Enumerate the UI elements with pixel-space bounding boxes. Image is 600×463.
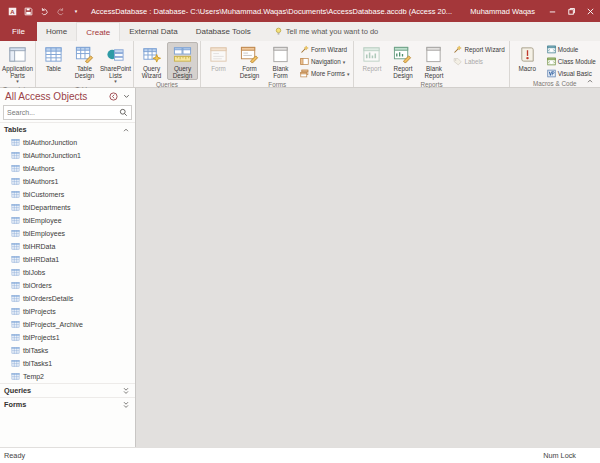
table-list-item[interactable]: tblCustomers (0, 188, 135, 201)
query-wizard-icon (142, 45, 161, 64)
section-header-tables[interactable]: Tables (0, 122, 135, 136)
table-icon (11, 138, 20, 147)
access-app-icon[interactable] (5, 3, 19, 19)
more-forms-button[interactable]: More Forms ▾ (298, 68, 351, 79)
table-list-item[interactable]: tblJobs (0, 266, 135, 279)
query-design-icon (173, 45, 192, 64)
shutter-bar-close-button[interactable] (108, 91, 119, 102)
sharepoint-lists-button[interactable]: SharePoint Lists ▾ (100, 42, 131, 85)
table-list-item[interactable]: tblProjects_Archive (0, 318, 135, 331)
form-button[interactable]: Form (203, 42, 234, 73)
query-wizard-button[interactable]: Query Wizard (136, 42, 167, 80)
signed-in-user[interactable]: Muhammad Waqas (462, 7, 543, 16)
blank-report-button[interactable]: Blank Report (418, 42, 449, 80)
table-list-item[interactable]: tblOrders (0, 279, 135, 292)
table-list-item[interactable]: tblEmployees (0, 227, 135, 240)
table-list-item[interactable]: tblAuthors (0, 162, 135, 175)
redo-button[interactable] (53, 3, 67, 19)
undo-button[interactable] (37, 3, 51, 19)
nav-search-box (3, 105, 132, 120)
minimize-button[interactable] (543, 0, 562, 22)
table-list-item[interactable]: tblProjects (0, 305, 135, 318)
table-icon (11, 372, 20, 381)
form-wizard-button[interactable]: Form Wizard (298, 44, 351, 55)
table-icon (11, 255, 20, 264)
tab-external-data[interactable]: External Data (120, 22, 186, 41)
table-list-item[interactable]: tblOrdersDetails (0, 292, 135, 305)
expand-section-icon (122, 401, 130, 409)
sharepoint-lists-icon (106, 45, 125, 64)
section-header-queries[interactable]: Queries (0, 383, 135, 397)
quick-access-toolbar: ▾ (0, 3, 83, 19)
dropdown-caret-icon: ▾ (347, 71, 350, 77)
close-button[interactable] (581, 0, 600, 22)
table-list-item[interactable]: tblHRData (0, 240, 135, 253)
nav-pane-menu-button[interactable] (121, 91, 132, 102)
form-wizard-icon (300, 45, 309, 54)
report-design-button[interactable]: Report Design (387, 42, 418, 80)
table-list-item[interactable]: tblHRData1 (0, 253, 135, 266)
tab-create[interactable]: Create (76, 22, 120, 41)
module-button[interactable]: Module (545, 44, 598, 55)
table-list-item[interactable]: tblAuthorJunction1 (0, 149, 135, 162)
more-forms-icon (300, 69, 309, 78)
status-bar: Ready Num Lock (0, 447, 600, 463)
blank-report-icon (424, 45, 443, 64)
nav-object-list: Tables tblAuthorJunction tblAuthorJuncti… (0, 122, 135, 447)
table-icon (11, 307, 20, 316)
dropdown-caret-icon: ▾ (343, 59, 346, 65)
blank-form-icon (271, 45, 290, 64)
qat-customize-caret-icon[interactable]: ▾ (69, 3, 83, 19)
title-bar: ▾ AccessDatabase : Database- C:\Users\Mu… (0, 0, 600, 22)
search-input[interactable] (4, 106, 119, 119)
macro-icon (518, 45, 537, 64)
blank-form-button[interactable]: Blank Form (265, 42, 296, 80)
tell-me-label: Tell me what you want to do (286, 27, 379, 36)
table-list-item[interactable]: tblTasks (0, 344, 135, 357)
table-list-item[interactable]: tblDepartments (0, 201, 135, 214)
ribbon-group-tables: Table Table Design SharePoint Lists ▾ Ta… (36, 41, 134, 87)
restore-button[interactable] (562, 0, 581, 22)
window-title: AccessDatabase : Database- C:\Users\Muha… (83, 7, 462, 16)
num-lock-indicator: Num Lock (543, 451, 600, 460)
chevron-down-icon (122, 92, 131, 101)
application-parts-button[interactable]: Application Parts ▾ (2, 42, 33, 85)
report-button[interactable]: Report (356, 42, 387, 73)
section-header-forms[interactable]: Forms (0, 397, 135, 411)
macro-button[interactable]: Macro (512, 42, 543, 73)
class-module-button[interactable]: Class Module (545, 56, 598, 67)
table-icon (11, 242, 20, 251)
table-icon (11, 320, 20, 329)
navigation-button[interactable]: Navigation ▾ (298, 56, 351, 67)
table-list-item[interactable]: tblProjects1 (0, 331, 135, 344)
tell-me-box[interactable]: Tell me what you want to do (274, 22, 379, 41)
labels-button[interactable]: Labels (451, 56, 506, 67)
table-list-item[interactable]: tblTasks1 (0, 357, 135, 370)
table-list-item[interactable]: tblEmployee (0, 214, 135, 227)
form-design-button[interactable]: Form Design (234, 42, 265, 80)
collapse-ribbon-button[interactable] (583, 75, 597, 87)
ribbon-group-forms: Form Form Design Blank Form Form Wizard … (201, 41, 354, 87)
table-design-button[interactable]: Table Design (69, 42, 100, 80)
class-module-icon (547, 57, 556, 66)
form-design-icon (240, 45, 259, 64)
table-icon (11, 294, 20, 303)
document-area (136, 88, 600, 447)
tab-home[interactable]: Home (37, 22, 76, 41)
query-design-button[interactable]: Query Design (167, 42, 198, 80)
table-list-item[interactable]: tblAuthors1 (0, 175, 135, 188)
tab-database-tools[interactable]: Database Tools (187, 22, 260, 41)
table-icon (44, 45, 63, 64)
table-list-item[interactable]: tblAuthorJunction (0, 136, 135, 149)
table-icon (11, 229, 20, 238)
table-list-item[interactable]: Temp2 (0, 370, 135, 383)
table-button[interactable]: Table (38, 42, 69, 73)
search-icon[interactable] (119, 108, 128, 117)
save-button[interactable] (21, 3, 35, 19)
table-icon (11, 151, 20, 160)
visual-basic-icon (547, 69, 556, 78)
report-wizard-button[interactable]: Report Wizard (451, 44, 506, 55)
tab-file[interactable]: File (0, 22, 37, 41)
navigation-pane: All Access Objects Tables tblAuthorJunct… (0, 88, 136, 447)
expand-section-icon (122, 387, 130, 395)
